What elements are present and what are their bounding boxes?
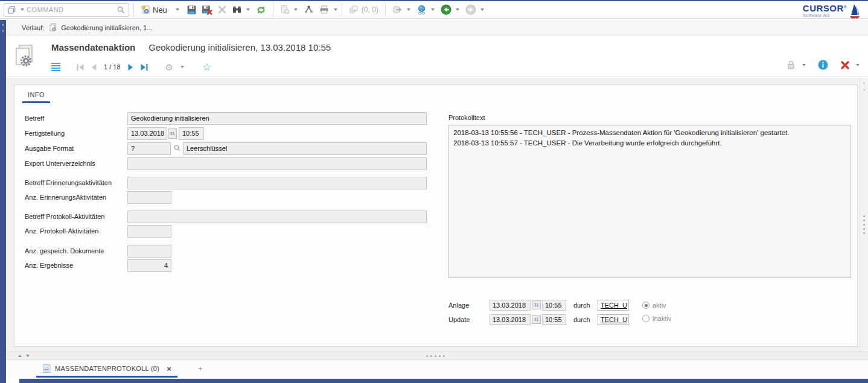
radio-inaktiv[interactable]: inaktiv	[642, 315, 671, 322]
anz-ergebnisse-field[interactable]: 4	[127, 259, 171, 272]
back-caret-icon[interactable]	[456, 8, 459, 11]
protokolltext-label: Protokolltext	[448, 114, 485, 121]
binoculars-icon	[232, 5, 242, 14]
right-panel-splitter[interactable]: ‹ ›	[860, 78, 868, 352]
add-document-button[interactable]	[278, 2, 292, 17]
lock-icon[interactable]	[786, 60, 796, 70]
print-caret-icon[interactable]	[334, 8, 337, 11]
chevron-right-icon[interactable]: ›	[0, 28, 6, 34]
calendar-button[interactable]: 31	[168, 128, 177, 139]
record-nav-toolbar: 1 / 18 ⚙ ☆	[51, 60, 211, 74]
anlage-durch-label: durch	[573, 300, 590, 311]
search-dropdown-caret-icon[interactable]	[246, 8, 250, 11]
close-icon[interactable]	[840, 60, 850, 70]
update-date-field[interactable]: 13.03.2018	[490, 314, 531, 325]
refresh-button[interactable]	[254, 2, 269, 17]
update-time-field[interactable]: 10:55	[542, 314, 566, 325]
export-button[interactable]	[390, 2, 405, 17]
forward-button[interactable]	[463, 2, 479, 17]
previous-record-button[interactable]	[90, 63, 97, 71]
content-area: ‹ › INFO Betreff Geokodierung initialisi…	[6, 78, 868, 352]
lookup-search-icon[interactable]	[173, 144, 181, 152]
history-entry[interactable]: Geokodierung initialisieren, 1...	[48, 23, 152, 32]
radio-aktiv[interactable]: aktiv	[642, 302, 666, 309]
save-close-button[interactable]	[199, 2, 215, 17]
globe-link-icon	[416, 5, 427, 15]
anlage-time-field[interactable]: 10:55	[542, 300, 566, 311]
record-header: Massendatenaktion Geokodierung initialis…	[6, 36, 868, 77]
forward-caret-icon[interactable]	[480, 8, 484, 11]
gear-icon[interactable]: ⚙	[165, 63, 173, 72]
web-link-caret-icon[interactable]	[431, 8, 435, 11]
gear-caret-icon[interactable]	[180, 66, 184, 68]
chevron-left-icon[interactable]: ‹	[860, 80, 868, 87]
bottom-tab-strip: MASSENDATENPROTOKOLL (0) × +	[6, 360, 868, 379]
calendar-button[interactable]: 31	[532, 315, 541, 324]
splitter-grip[interactable]	[426, 355, 445, 357]
export-icon	[392, 5, 403, 14]
tab-massendatenprotokoll[interactable]: MASSENDATENPROTOKOLL (0) ×	[36, 361, 177, 378]
betreff-protokoll-field[interactable]	[127, 210, 427, 223]
radio-inaktiv-button[interactable]	[642, 315, 649, 322]
fertigstellung-time-field[interactable]: 10:55	[179, 127, 204, 140]
stack-icon	[349, 5, 359, 14]
command-input[interactable]	[27, 6, 114, 13]
calendar-button[interactable]: 31	[532, 300, 541, 309]
left-panel-collapsed-bar[interactable]: ‹ ›	[0, 20, 6, 383]
tab-info[interactable]: INFO	[22, 89, 50, 103]
betreff-erinnerung-field[interactable]	[127, 177, 427, 189]
search-records-button[interactable]	[229, 2, 244, 17]
add-document-caret-icon[interactable]	[294, 8, 298, 11]
save-button[interactable]	[184, 2, 199, 17]
add-document-icon	[280, 5, 290, 14]
web-link-button[interactable]	[414, 2, 429, 17]
anz-dokumente-field[interactable]	[127, 245, 171, 258]
tab-close-icon[interactable]: ×	[167, 364, 171, 373]
export-unterverzeichnis-field[interactable]	[127, 157, 427, 170]
info-icon[interactable]	[818, 60, 828, 70]
betreff-field[interactable]: Geokodierung initialisieren	[127, 112, 427, 125]
print-button[interactable]	[316, 2, 332, 17]
menu-icon[interactable]	[51, 62, 60, 72]
horizontal-splitter[interactable]	[6, 352, 868, 360]
splitter-grip[interactable]	[863, 213, 865, 236]
bottom-navy-bar	[19, 379, 868, 383]
search-icon[interactable]	[116, 5, 126, 14]
dropdown-caret-icon[interactable]	[21, 8, 24, 11]
update-label: Update	[448, 314, 470, 325]
favorite-star-icon[interactable]: ☆	[202, 62, 211, 72]
back-button[interactable]	[438, 2, 454, 17]
anz-protokoll-field[interactable]	[127, 225, 171, 238]
splitter-up-icon[interactable]	[18, 355, 22, 357]
next-record-button[interactable]	[127, 63, 135, 71]
anz-erinnerung-field[interactable]	[127, 191, 171, 204]
window-stack-icon[interactable]	[7, 5, 16, 14]
delete-x-icon	[217, 5, 227, 14]
first-record-button[interactable]	[76, 63, 85, 71]
fertigstellung-date-field[interactable]: 13.03.2018	[127, 127, 167, 140]
anlage-user-field[interactable]: TECH_U	[598, 300, 629, 311]
forward-arrow-icon	[465, 4, 476, 15]
delete-button[interactable]	[215, 2, 229, 17]
ausgabe-format-label: Ausgabe Format	[25, 142, 74, 155]
anlage-date-field[interactable]: 13.03.2018	[490, 300, 531, 311]
ausgabe-format-key-field[interactable]: ?	[127, 142, 171, 155]
close-caret-icon[interactable]	[856, 64, 860, 66]
protokolltext-field[interactable]: 2018-03-13 10:55:56 - TECH_USER - Prozes…	[448, 125, 851, 278]
lock-caret-icon[interactable]	[802, 64, 806, 66]
last-record-button[interactable]	[140, 63, 148, 71]
radio-aktiv-button[interactable]	[642, 302, 649, 309]
workflow-button[interactable]	[301, 2, 316, 17]
add-tab-icon[interactable]: +	[198, 364, 203, 373]
chevron-right-icon[interactable]: ›	[860, 87, 868, 93]
splitter-down-icon[interactable]	[26, 355, 30, 357]
selection-counter-label: (0, 0)	[362, 5, 378, 14]
export-caret-icon[interactable]	[407, 8, 410, 11]
chevron-left-icon[interactable]: ‹	[0, 22, 6, 28]
new-button[interactable]: Neu	[138, 2, 170, 17]
ausgabe-format-value-field[interactable]: Leerschlüssel	[183, 142, 427, 155]
update-user-field[interactable]: TECH_U	[598, 314, 629, 325]
command-box[interactable]	[4, 3, 129, 17]
new-dropdown-caret-icon[interactable]	[176, 8, 179, 11]
new-button-label: Neu	[153, 5, 167, 14]
